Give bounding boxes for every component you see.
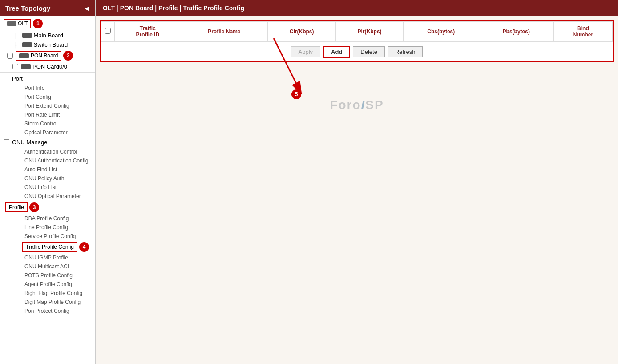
pon-card-row: PON Card0/0 (0, 62, 95, 71)
add-button[interactable]: Add (323, 46, 350, 58)
sidebar: Tree Topology ◄ OLT 1 ├─ Main Board (0, 0, 96, 364)
sidebar-title: Tree Topology (5, 4, 50, 12)
col-profile-name-label: Profile Name (208, 28, 240, 35)
col-bind-number-label: BindNumber (573, 25, 593, 38)
breadcrumb-text: OLT | PON Board | Profile | Traffic Prof… (103, 4, 244, 12)
onu-policy-auth-link[interactable]: ONU Policy Auth (0, 174, 95, 183)
port-section[interactable]: Port (0, 73, 95, 84)
olt-label: OLT (18, 20, 28, 27)
profile-label: Profile (9, 204, 24, 210)
right-flag-profile-link[interactable]: Right Flag Profile Config (0, 289, 95, 298)
auto-find-list-link[interactable]: Auto Find List (0, 165, 95, 174)
sidebar-header: Tree Topology ◄ (0, 0, 95, 16)
main-board-node[interactable]: ├─ Main Board (0, 31, 95, 40)
content-area: Tree Topology ◄ OLT 1 ├─ Main Board (0, 0, 618, 364)
col-traffic-profile-id: TrafficProfile ID (115, 22, 181, 42)
switch-board-node[interactable]: ├─ Switch Board (0, 40, 95, 49)
traffic-profile-badge: 4 (79, 242, 89, 252)
main-wrapper: Tree Topology ◄ OLT 1 ├─ Main Board (0, 0, 618, 364)
pon-board-check[interactable] (7, 53, 13, 59)
col-cir: Cir(Kbps) (268, 22, 336, 42)
col-profile-name: Profile Name (181, 22, 267, 42)
toolbar-row: Apply Add Delete Refresh (101, 42, 613, 61)
watermark-isp: I (361, 98, 366, 112)
col-pbs: Pbs(bytes) (479, 22, 553, 42)
delete-button[interactable]: Delete (353, 46, 385, 57)
right-panel: OLT | PON Board | Profile | Traffic Prof… (96, 0, 618, 364)
port-info-link[interactable]: Port Info (0, 84, 95, 93)
annotation-badge-5: 5 (291, 89, 301, 99)
profile-box[interactable]: Profile (5, 202, 28, 212)
sidebar-arrow: ◄ (83, 4, 90, 12)
profile-badge: 3 (29, 202, 39, 212)
switch-board-label: Switch Board (34, 41, 68, 48)
auth-control-link[interactable]: Authentication Control (0, 147, 95, 156)
select-all-check[interactable] (105, 28, 111, 34)
onu-optical-param-link[interactable]: ONU Optical Parameter (0, 192, 95, 201)
olt-node[interactable]: OLT 1 (0, 16, 95, 31)
port-extend-config-link[interactable]: Port Extend Config (0, 101, 95, 110)
port-rate-limit-link[interactable]: Port Rate Limit (0, 110, 95, 119)
onu-auth-config-link[interactable]: ONU Authentication Config (0, 156, 95, 165)
pon-board-box[interactable]: PON Board (16, 51, 61, 61)
pon-card-label: PON Card0/0 (32, 63, 67, 70)
col-bind-number: BindNumber (553, 22, 612, 42)
watermark-area: ForoISP (100, 98, 614, 112)
pon-board-badge: 2 (63, 51, 73, 61)
line-profile-link[interactable]: Line Profile Config (0, 223, 95, 232)
col-check (101, 22, 115, 42)
traffic-profile-label: Traffic Profile Config (26, 244, 74, 250)
dba-profile-link[interactable]: DBA Profile Config (0, 214, 95, 223)
onu-info-list-link[interactable]: ONU Info List (0, 183, 95, 192)
main-content: TrafficProfile ID Profile Name Cir(Kbps)… (96, 16, 618, 364)
annotation-container: TrafficProfile ID Profile Name Cir(Kbps)… (100, 20, 614, 62)
onu-igmp-link[interactable]: ONU IGMP Profile (0, 253, 95, 262)
pon-board-row: PON Board 2 (0, 49, 95, 62)
port-check[interactable] (4, 76, 9, 81)
data-table: TrafficProfile ID Profile Name Cir(Kbps)… (101, 21, 613, 42)
watermark-sp: SP (365, 98, 384, 112)
onu-multicast-acl-link[interactable]: ONU Multicast ACL (0, 262, 95, 271)
sidebar-inner: OLT 1 ├─ Main Board ├─ Switch Board (0, 16, 95, 315)
port-config-link[interactable]: Port Config (0, 93, 95, 101)
pon-card-check[interactable] (12, 64, 18, 69)
table-container: TrafficProfile ID Profile Name Cir(Kbps)… (100, 20, 614, 62)
col-cbs: Cbs(bytes) (403, 22, 479, 42)
onu-manage-section[interactable]: ONU Manage (0, 137, 95, 147)
pots-profile-link[interactable]: POTS Profile Config (0, 271, 95, 280)
profile-section-row: Profile 3 (0, 201, 95, 214)
refresh-button[interactable]: Refresh (388, 46, 423, 57)
main-board-label: Main Board (34, 32, 63, 39)
col-pir: Pir(Kbps) (336, 22, 404, 42)
traffic-profile-row: Traffic Profile Config 4 (0, 241, 95, 253)
storm-control-link[interactable]: Storm Control (0, 119, 95, 128)
apply-button[interactable]: Apply (291, 46, 321, 57)
pon-board-label: PON Board (31, 53, 58, 59)
breadcrumb-bar: OLT | PON Board | Profile | Traffic Prof… (96, 0, 618, 16)
pon-protect-link[interactable]: Pon Protect Config (0, 307, 95, 315)
col-traffic-profile-id-label: TrafficProfile ID (136, 25, 159, 38)
traffic-profile-box[interactable]: Traffic Profile Config (22, 242, 77, 252)
port-label: Port (12, 75, 23, 82)
optical-param-link[interactable]: Optical Parameter (0, 128, 95, 137)
onu-manage-label: ONU Manage (12, 139, 47, 146)
olt-box[interactable]: OLT (4, 19, 31, 28)
badge-5: 5 (291, 89, 301, 99)
olt-badge: 1 (33, 19, 43, 28)
service-profile-link[interactable]: Service Profile Config (0, 232, 95, 241)
digit-map-profile-link[interactable]: Digit Map Profile Config (0, 298, 95, 307)
agent-profile-link[interactable]: Agent Profile Config (0, 280, 95, 289)
watermark-text: Foro (330, 98, 361, 112)
onu-manage-check[interactable] (4, 139, 9, 145)
